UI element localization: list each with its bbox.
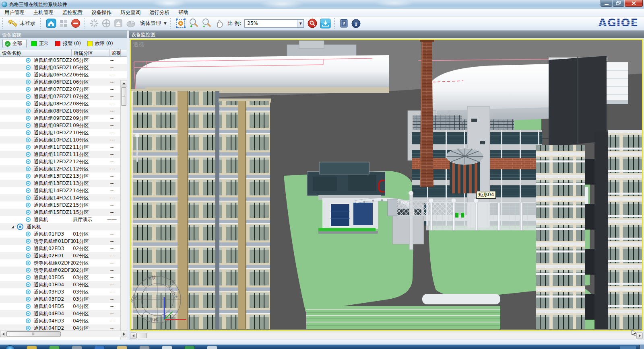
expander-icon[interactable] — [11, 226, 14, 228]
device-group-row[interactable]: 通风机 — [0, 223, 127, 230]
taskbar-app-icon[interactable] — [72, 346, 82, 349]
device-row[interactable]: 通风机04FD204分区-- — [0, 324, 127, 331]
tile-windows-button[interactable] — [59, 19, 68, 28]
scroll-right-button[interactable] — [121, 331, 127, 337]
device-row[interactable]: 通风机组08FDZ108分区-- — [0, 107, 127, 115]
zoom-out-button[interactable] — [201, 18, 212, 29]
scale-combobox[interactable]: 25% ▼ — [244, 19, 304, 28]
device-row[interactable]: 诱导风机组01DF101分区-- — [0, 238, 127, 245]
device-row[interactable]: 通风机组14FDZ114分区-- — [0, 194, 127, 201]
device-row[interactable]: 通风机展厅演示—— — [0, 216, 127, 223]
refresh-button-disabled[interactable] — [89, 18, 99, 28]
scroll-right-button[interactable] — [636, 333, 643, 339]
scroll-left-button[interactable] — [0, 331, 6, 337]
menu-item[interactable]: 主机管理 — [29, 9, 58, 16]
taskbar-app-icon[interactable] — [207, 346, 217, 349]
zoom-in-button[interactable] — [188, 18, 199, 29]
device-row[interactable]: 通风机04FD304分区-- — [0, 317, 127, 324]
column-header[interactable]: 设备名称 — [0, 49, 72, 56]
device-row[interactable]: 通风机02FD302分区-- — [0, 245, 127, 252]
device-row[interactable]: 通风机组11FDZ111分区-- — [0, 151, 127, 158]
device-list-vertical-scrollbar[interactable] — [120, 80, 127, 349]
windows-taskbar[interactable] — [0, 345, 644, 349]
device-row[interactable]: 通风机03FD503分区-- — [0, 274, 127, 281]
filter-legend[interactable]: 故障 (0) — [87, 40, 113, 47]
device-row[interactable]: 通风机组05FDZ105分区-- — [0, 64, 127, 71]
device-row[interactable]: 通风机组08FDZ208分区-- — [0, 100, 127, 107]
device-row[interactable]: 通风机03FD303分区-- — [0, 288, 127, 296]
eject-button-disabled[interactable] — [114, 19, 123, 28]
scroll-up-button[interactable] — [121, 80, 127, 86]
taskbar-app-icon[interactable] — [139, 346, 150, 349]
home-button[interactable] — [46, 18, 56, 28]
column-header[interactable]: 监视 — [109, 49, 121, 56]
3d-scene-canvas[interactable] — [131, 40, 642, 330]
stop-button[interactable] — [71, 18, 80, 28]
taskbar-app-icon[interactable] — [184, 346, 195, 349]
taskbar-app-icon[interactable] — [27, 346, 37, 349]
device-row[interactable]: 通风机组05FDZ205分区-- — [0, 57, 127, 64]
vertical-scroll-thumb[interactable] — [121, 87, 126, 106]
taskbar-app-icon[interactable] — [117, 346, 127, 349]
start-button[interactable] — [6, 345, 14, 349]
help-button[interactable]: ? — [340, 18, 349, 28]
device-row[interactable]: 通风机组07FDZ207分区-- — [0, 86, 127, 93]
filter-legend[interactable]: 报警 (0) — [55, 40, 81, 47]
device-row[interactable]: 通风机04FD504分区-- — [0, 303, 127, 310]
minimize-button[interactable] — [601, 0, 612, 7]
filter-all-button[interactable]: ✓全部 — [2, 39, 27, 48]
navwheel-pan-label[interactable]: 平移 — [149, 317, 158, 323]
device-row[interactable]: 通风机04FD404分区-- — [0, 310, 127, 317]
close-button[interactable] — [625, 0, 643, 7]
device-row[interactable]: 通风机组10FDZ210分区-- — [0, 129, 127, 136]
show-desktop-button[interactable] — [639, 345, 644, 349]
device-row[interactable]: 通风机02FD102分区-- — [0, 252, 127, 259]
horizontal-scroll-thumb[interactable] — [6, 331, 61, 337]
device-row[interactable]: 通风机03FD403分区-- — [0, 281, 127, 288]
column-header[interactable]: 所属分区 — [72, 49, 109, 56]
about-button[interactable]: i — [351, 18, 361, 29]
scroll-left-button[interactable] — [130, 333, 136, 339]
pan-button[interactable] — [214, 18, 225, 29]
locate-button[interactable] — [307, 18, 318, 29]
taskbar-app-icon[interactable] — [162, 346, 172, 349]
title-bar[interactable]: 光格三维在线监控系统软件 — [0, 0, 644, 9]
menu-item[interactable]: 监控配置 — [58, 9, 87, 16]
device-row[interactable]: 通风机组07FDZ107分区-- — [0, 93, 127, 100]
taskbar-app-icon[interactable] — [49, 346, 60, 349]
horizontal-scroll-thumb[interactable] — [136, 333, 147, 338]
taskbar-app-icon[interactable] — [94, 346, 105, 349]
menu-item[interactable]: 设备操作 — [87, 9, 116, 16]
navwheel-close-icon[interactable]: × — [171, 279, 175, 284]
device-row[interactable]: 通风机组11FDZ211分区-- — [0, 144, 127, 151]
device-row[interactable]: 通风机组13FDZ213分区-- — [0, 172, 127, 180]
login-button[interactable]: 未登录 — [8, 19, 37, 28]
window-manage-dropdown[interactable]: 窗体管理 ▼ — [138, 20, 167, 27]
chart-button-disabled[interactable] — [126, 19, 136, 28]
viewport-3d[interactable]: 透视 矩形04 缩放 平移 环视 向上/向下 × — [130, 39, 643, 331]
device-row[interactable]: 通风机组14FDZ214分区-- — [0, 187, 127, 194]
device-row[interactable]: 通风机组15FDZ215分区-- — [0, 201, 127, 209]
device-row[interactable]: 通风机组12FDZ112分区-- — [0, 165, 127, 172]
export-button[interactable] — [320, 18, 331, 29]
device-row[interactable]: 通风机组09FDZ209分区-- — [0, 115, 127, 122]
select-region-button[interactable] — [175, 18, 186, 29]
menu-item[interactable]: 运行分析 — [145, 9, 174, 16]
viewport-horizontal-scrollbar[interactable] — [130, 333, 643, 339]
device-list-horizontal-scrollbar[interactable] — [0, 331, 127, 337]
filter-legend[interactable]: 正常 — [31, 40, 49, 47]
device-row[interactable]: 通风机组09FDZ109分区-- — [0, 122, 127, 129]
menu-item[interactable]: 帮助 — [174, 9, 193, 16]
device-row[interactable]: 通风机组12FDZ212分区-- — [0, 158, 127, 165]
menu-item[interactable]: 历史查询 — [116, 9, 145, 16]
system-tray[interactable] — [620, 346, 636, 349]
device-row[interactable]: 通风机组13FDZ113分区-- — [0, 180, 127, 187]
menu-item[interactable]: 用户管理 — [0, 9, 29, 16]
device-row[interactable]: 通风机组10FDZ110分区-- — [0, 136, 127, 144]
restore-button[interactable] — [613, 0, 624, 7]
device-row[interactable]: 诱导风机组02DF202分区-- — [0, 259, 127, 267]
device-row[interactable]: 通风机组06FDZ106分区-- — [0, 78, 127, 86]
navwheel-zoom-label[interactable]: 缩放 — [147, 275, 156, 281]
navigate-button-disabled[interactable] — [101, 18, 111, 28]
device-row[interactable]: 通风机03FD203分区-- — [0, 296, 127, 303]
